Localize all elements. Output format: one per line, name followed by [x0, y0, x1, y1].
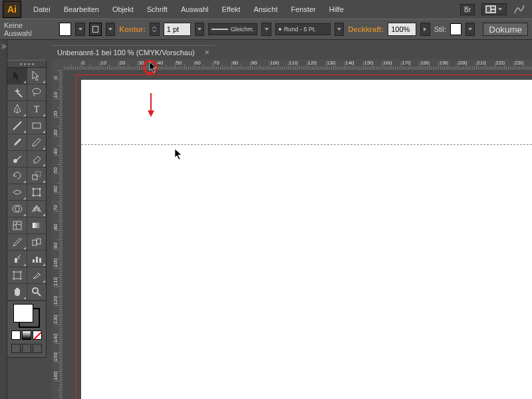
svg-text:30: 30: [138, 60, 144, 66]
blob-brush-tool[interactable]: [7, 151, 27, 168]
svg-text:80: 80: [53, 223, 59, 229]
control-bar: Keine Auswahl Kontur: 1 pt Gleichm. Rund…: [0, 19, 532, 40]
gradient-tool[interactable]: [27, 217, 46, 234]
document-setup-button[interactable]: Dokume: [483, 23, 528, 36]
draw-inside-mode[interactable]: [33, 344, 42, 353]
color-mode[interactable]: [11, 331, 21, 340]
svg-text:10: 10: [53, 92, 59, 98]
opacity-label[interactable]: Deckkraft:: [348, 25, 384, 33]
svg-text:140: 140: [53, 333, 59, 342]
type-tool[interactable]: T: [27, 101, 46, 118]
fill-dropdown[interactable]: [75, 23, 85, 36]
magic-wand-tool[interactable]: [7, 84, 27, 101]
brush-definition[interactable]: Rund - 5 Pt.: [275, 23, 331, 35]
svg-text:20: 20: [53, 110, 59, 116]
scale-tool[interactable]: [27, 168, 46, 184]
menu-help[interactable]: Hilfe: [323, 0, 350, 19]
artboard[interactable]: [81, 80, 532, 399]
menu-file[interactable]: Datei: [27, 0, 57, 19]
brush-dropdown[interactable]: [334, 23, 344, 36]
lasso-tool[interactable]: [27, 84, 46, 101]
stroke-weight-stepper[interactable]: [150, 23, 160, 36]
svg-text:60: 60: [53, 186, 59, 192]
stroke-weight-field[interactable]: 1 pt: [164, 23, 191, 36]
menu-edit[interactable]: Bearbeiten: [57, 0, 106, 19]
stepper-icon: [152, 27, 157, 32]
stroke-profile-label: Gleichm.: [231, 26, 255, 33]
stroke-profile-dropdown[interactable]: [261, 23, 271, 36]
arrange-documents-button[interactable]: [481, 3, 507, 15]
stroke-swatch[interactable]: [89, 23, 101, 36]
menu-view[interactable]: Ansicht: [247, 0, 284, 19]
style-dropdown[interactable]: [466, 23, 475, 36]
column-graph-tool[interactable]: [27, 251, 46, 267]
menu-object[interactable]: Objekt: [106, 0, 140, 19]
width-tool[interactable]: [7, 184, 27, 201]
slice-tool[interactable]: [27, 267, 46, 284]
shape-builder-tool[interactable]: [7, 201, 27, 217]
fill-swatch[interactable]: [59, 23, 71, 36]
stroke-label[interactable]: Kontur:: [119, 25, 146, 33]
bridge-button[interactable]: Br: [460, 4, 475, 15]
selection-tool[interactable]: [7, 68, 27, 84]
fill-stroke-indicator[interactable]: [7, 301, 46, 357]
svg-text:90: 90: [53, 242, 59, 248]
svg-text:160: 160: [383, 60, 392, 66]
hand-tool[interactable]: [7, 284, 27, 301]
draw-behind-mode[interactable]: [22, 344, 31, 353]
close-icon[interactable]: ×: [205, 48, 209, 57]
svg-text:70: 70: [213, 60, 219, 66]
line-tool[interactable]: [7, 118, 27, 134]
stroke-weight-dropdown[interactable]: [195, 23, 205, 36]
pencil-tool[interactable]: [27, 134, 46, 151]
eyedropper-tool[interactable]: [7, 234, 27, 251]
mesh-tool[interactable]: [7, 217, 27, 234]
document-tab[interactable]: Unbenannt-1 bei 100 % (CMYK/Vorschau) ×: [52, 45, 215, 59]
svg-rect-23: [15, 258, 17, 263]
chevron-down-icon: [336, 27, 342, 32]
menu-effect[interactable]: Effekt: [215, 0, 247, 19]
stroke-profile[interactable]: Gleichm.: [208, 23, 257, 35]
opacity-field[interactable]: 100%: [388, 23, 416, 36]
menu-select[interactable]: Auswahl: [174, 0, 215, 19]
direct-selection-tool[interactable]: [27, 68, 46, 84]
draw-normal-mode[interactable]: [11, 344, 21, 353]
rotate-tool[interactable]: [7, 168, 27, 184]
gradient-mode[interactable]: [22, 331, 31, 340]
ruler-origin[interactable]: [52, 59, 63, 70]
zoom-tool[interactable]: [27, 284, 46, 301]
free-transform-tool[interactable]: [27, 184, 46, 201]
brush-label: Rund - 5 Pt.: [284, 26, 316, 33]
symbol-sprayer-tool[interactable]: [7, 251, 27, 267]
menu-window[interactable]: Fenster: [284, 0, 322, 19]
chevron-down-icon: [108, 27, 113, 32]
document-tab-strip: Unbenannt-1 bei 100 % (CMYK/Vorschau) ×: [52, 45, 215, 59]
horizontal-guide[interactable]: [81, 144, 532, 145]
ruler-vertical[interactable]: 0102030405060708090100110120130140150160: [52, 70, 63, 399]
perspective-grid-tool[interactable]: [27, 201, 46, 217]
svg-text:160: 160: [53, 371, 59, 380]
svg-text:110: 110: [53, 277, 59, 286]
pen-tool[interactable]: [7, 101, 27, 118]
opacity-dropdown[interactable]: [420, 23, 430, 36]
fill-box[interactable]: [13, 304, 33, 323]
blend-tool[interactable]: [27, 234, 46, 251]
artboard-tool[interactable]: [7, 267, 27, 284]
expand-icon: [1, 44, 6, 49]
rectangle-tool[interactable]: [27, 118, 46, 134]
gpu-icon[interactable]: [513, 4, 525, 15]
svg-text:130: 130: [327, 60, 336, 66]
style-swatch[interactable]: [450, 23, 462, 35]
chevron-down-icon: [197, 27, 202, 32]
paintbrush-tool[interactable]: [7, 134, 27, 151]
stroke-dropdown[interactable]: [106, 23, 116, 36]
eraser-tool[interactable]: [27, 151, 46, 168]
none-mode[interactable]: [33, 331, 42, 340]
svg-text:120: 120: [308, 60, 317, 66]
canvas-area[interactable]: [63, 70, 532, 399]
chevron-down-icon: [497, 7, 503, 12]
svg-text:180: 180: [420, 60, 430, 66]
ruler-horizontal[interactable]: 0102030405060708090100110120130140150160…: [63, 59, 532, 70]
toolbox-grip[interactable]: [7, 61, 46, 68]
menu-type[interactable]: Schrift: [140, 0, 174, 19]
